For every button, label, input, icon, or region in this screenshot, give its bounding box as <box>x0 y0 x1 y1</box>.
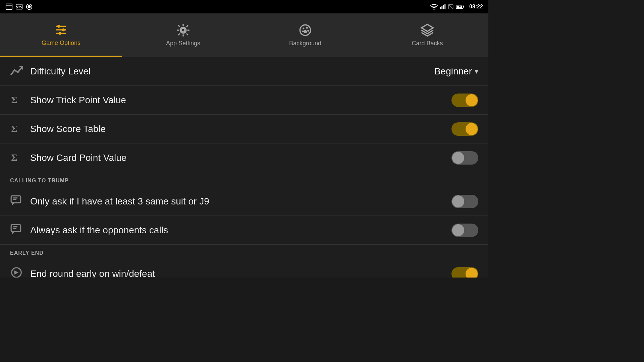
wifi-icon <box>430 4 438 10</box>
show-trick-point-value-toggle[interactable] <box>451 94 478 107</box>
status-bar: 08:22 <box>0 0 488 13</box>
svg-point-28 <box>307 30 309 32</box>
chat-icon-2 <box>10 223 30 238</box>
show-card-point-value-toggle[interactable] <box>451 151 478 165</box>
difficulty-value-display[interactable]: Beginner ▾ <box>434 66 478 77</box>
end-round-early-row: End round early on win/defeat <box>0 259 488 278</box>
show-score-table-toggle[interactable] <box>451 122 478 136</box>
tab-background-label: Background <box>289 40 321 47</box>
toggle-knob <box>466 268 478 278</box>
svg-text:Σ: Σ <box>11 95 17 105</box>
show-score-table-label: Show Score Table <box>30 124 451 134</box>
gear-icon <box>176 23 190 37</box>
svg-line-12 <box>449 5 453 9</box>
top-nav: Game Options App Settings Background Car… <box>0 13 488 57</box>
svg-point-3 <box>17 6 18 7</box>
difficulty-level-row[interactable]: Difficulty Level Beginner ▾ <box>0 57 488 86</box>
always-ask-opponents-calls-row: Always ask if the opponents calls <box>0 216 488 245</box>
svg-point-5 <box>28 5 31 8</box>
layers-icon <box>420 23 434 37</box>
battery-icon <box>456 4 465 9</box>
svg-rect-0 <box>6 4 12 10</box>
svg-point-26 <box>303 27 304 29</box>
toggle-knob <box>466 123 478 135</box>
always-ask-opponents-calls-label: Always ask if the opponents calls <box>30 225 451 236</box>
settings-content: Difficulty Level Beginner ▾ Σ Show Trick… <box>0 57 488 278</box>
photo-icon <box>15 3 23 10</box>
difficulty-icon <box>10 63 30 79</box>
record-icon <box>25 3 33 10</box>
svg-rect-7 <box>440 7 441 9</box>
sliders-icon <box>54 23 68 37</box>
status-left-icons <box>5 3 33 10</box>
difficulty-level-label: Difficulty Level <box>30 66 434 77</box>
show-trick-point-value-row: Σ Show Trick Point Value <box>0 86 488 115</box>
tab-app-settings[interactable]: App Settings <box>122 13 244 57</box>
show-trick-point-value-label: Show Trick Point Value <box>30 95 451 106</box>
tab-game-options[interactable]: Game Options <box>0 13 122 57</box>
svg-point-22 <box>58 32 61 35</box>
tab-card-backs[interactable]: Card Backs <box>366 13 488 57</box>
palette-icon <box>298 23 312 37</box>
flag-icon <box>10 266 30 278</box>
chat-icon-1 <box>10 194 30 209</box>
svg-marker-16 <box>459 5 461 9</box>
status-time: 08:22 <box>469 4 483 10</box>
svg-text:Σ: Σ <box>11 124 17 134</box>
toggle-knob <box>452 224 464 236</box>
svg-point-27 <box>306 27 308 28</box>
svg-rect-9 <box>443 5 444 9</box>
trick-icon: Σ <box>10 93 30 108</box>
svg-point-21 <box>62 28 65 31</box>
tab-card-backs-label: Card Backs <box>412 40 443 47</box>
svg-rect-10 <box>444 4 445 9</box>
tab-game-options-label: Game Options <box>42 40 80 47</box>
difficulty-value-text: Beginner <box>434 66 472 77</box>
signal-icon <box>440 4 446 10</box>
end-round-early-label: End round early on win/defeat <box>30 268 451 278</box>
show-card-point-value-row: Σ Show Card Point Value <box>0 143 488 172</box>
svg-rect-8 <box>441 6 442 9</box>
only-ask-3-same-suit-row: Only ask if I have at least 3 same suit … <box>0 187 488 216</box>
score-icon: Σ <box>10 121 30 136</box>
toggle-knob <box>466 94 478 106</box>
card-icon <box>5 3 13 10</box>
svg-point-20 <box>57 25 60 28</box>
show-card-point-value-label: Show Card Point Value <box>30 153 451 163</box>
only-ask-3-same-suit-label: Only ask if I have at least 3 same suit … <box>30 196 451 207</box>
toggle-knob <box>452 195 464 207</box>
early-end-header: EARLY END <box>0 245 488 259</box>
svg-marker-30 <box>422 24 433 32</box>
end-round-early-toggle[interactable] <box>451 267 478 278</box>
show-score-table-row: Σ Show Score Table <box>0 115 488 143</box>
toggle-knob <box>452 152 464 164</box>
status-right-icons: 08:22 <box>430 4 483 10</box>
tab-background[interactable]: Background <box>244 13 366 57</box>
tab-app-settings-label: App Settings <box>166 40 200 47</box>
svg-point-6 <box>433 8 435 10</box>
svg-point-23 <box>181 28 185 32</box>
calling-to-trump-header: CALLING TO TRUMP <box>0 172 488 187</box>
card-point-icon: Σ <box>10 150 30 165</box>
svg-rect-15 <box>463 6 464 7</box>
no-sim-icon <box>448 4 454 10</box>
difficulty-dropdown-arrow: ▾ <box>475 67 478 76</box>
only-ask-3-same-suit-toggle[interactable] <box>451 195 478 208</box>
always-ask-opponents-calls-toggle[interactable] <box>451 224 478 237</box>
svg-text:Σ: Σ <box>11 153 17 163</box>
